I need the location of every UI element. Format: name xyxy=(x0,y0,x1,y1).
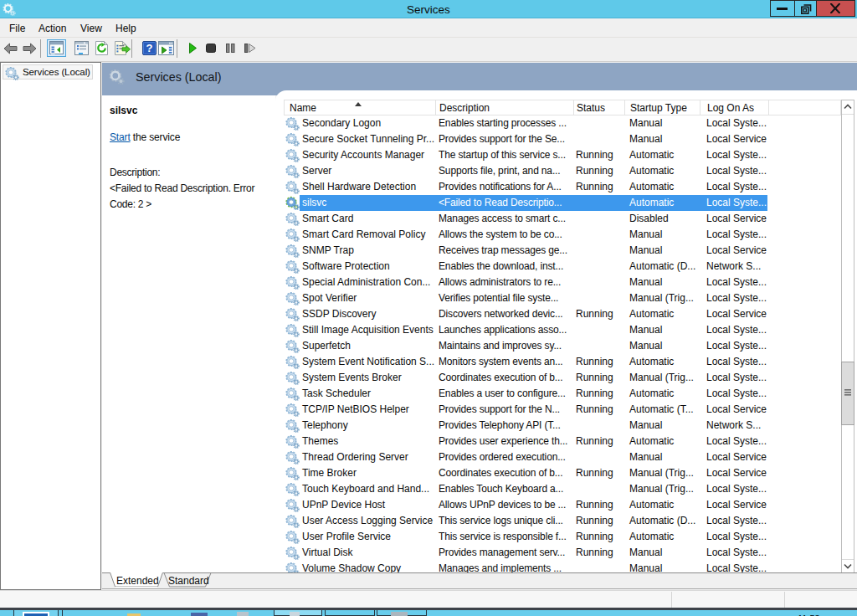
svg-text:?: ? xyxy=(146,42,153,54)
